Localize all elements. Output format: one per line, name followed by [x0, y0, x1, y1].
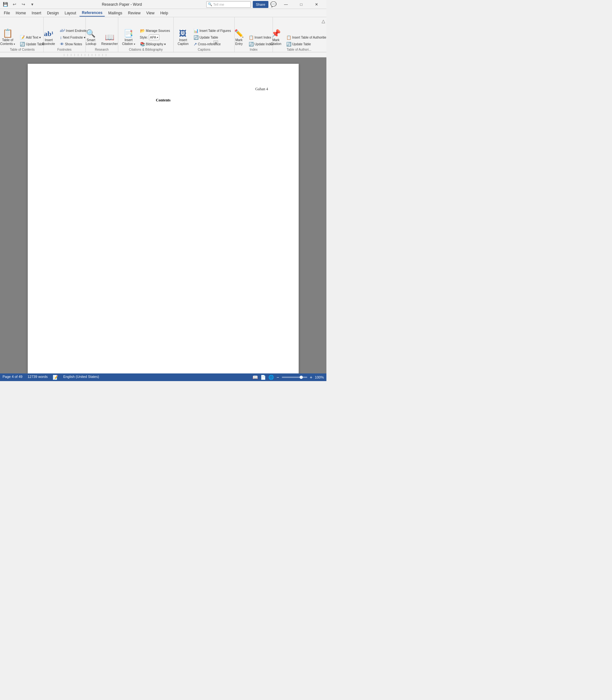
zoom-slider[interactable] — [282, 376, 307, 378]
insert-table-authorities-button[interactable]: 📋 Insert Table of Authorities — [284, 34, 326, 41]
search-icon: 🔍 — [208, 2, 212, 6]
update-figures-label: Update Table — [199, 36, 218, 39]
search-placeholder: Tell me — [213, 2, 224, 6]
close-button[interactable]: ✕ — [309, 0, 324, 9]
captions-group-label: Captions — [176, 48, 232, 51]
toc-group-content: 📋 Table ofContents ▾ 📝 Add Text ▾ 🔄 Upda… — [0, 18, 46, 47]
tell-me-search[interactable]: 🔍 Tell me — [206, 1, 251, 8]
language[interactable]: English (United States) — [63, 375, 99, 380]
mark-citation-label: MarkCitation — [270, 38, 281, 46]
ribbon-group-citations: 📑 InsertCitation ▾ 📂 Manage Sources Styl… — [118, 17, 174, 52]
footnotes-group-label: Footnotes — [57, 48, 71, 51]
authorities-group-content: 📌 MarkCitation 📋 Insert Table of Authori… — [269, 18, 326, 47]
style-dropdown[interactable]: APA ▾ — [149, 35, 159, 40]
manage-sources-icon: 📂 — [140, 28, 145, 33]
show-notes-icon: 👁 — [60, 42, 64, 46]
table-of-contents-button[interactable]: 📋 Table ofContents ▾ — [0, 22, 17, 47]
endnote-icon: ab² — [60, 28, 65, 33]
mark-entry-button[interactable]: ✏️ MarkEntry — [232, 22, 246, 47]
menu-mailings[interactable]: Mailings — [106, 10, 125, 16]
bibliography-label: Bibliography ▾ — [146, 42, 166, 46]
update-table-icon: 🔄 — [20, 42, 25, 46]
add-text-label: Add Text ▾ — [26, 36, 41, 39]
insert-footnote-label: InsertFootnote — [42, 38, 55, 46]
menu-file[interactable]: File — [1, 10, 12, 16]
bibliography-icon: 📚 — [140, 42, 145, 46]
quick-access-toolbar: 💾 ↩ ↪ ▾ — [0, 0, 38, 9]
footnotes-group-content: ab¹ InsertFootnote ab² Insert Endnote ↕ … — [41, 18, 88, 47]
add-text-icon: 📝 — [20, 35, 25, 40]
maximize-button[interactable]: □ — [294, 0, 308, 9]
zoom-percent[interactable]: 100% — [315, 375, 324, 379]
web-layout-button[interactable]: 🌐 — [268, 375, 274, 380]
footnotes-expander[interactable]: ⊞ — [213, 41, 218, 45]
save-button[interactable]: 💾 — [1, 0, 10, 9]
update-table-figures-button[interactable]: 🔄 Update Table — [192, 34, 233, 41]
share-button[interactable]: Share — [253, 1, 268, 8]
insert-citation-label: InsertCitation ▾ — [122, 38, 135, 46]
bibliography-button[interactable]: 📚 Bibliography ▾ — [138, 41, 172, 47]
customize-quick-access[interactable]: ▾ — [28, 0, 36, 9]
table-of-figures-label: Insert Table of Figures — [199, 29, 231, 32]
ribbon-group-index: ✏️ MarkEntry 📋 Insert Index 🔄 Update Ind… — [235, 17, 273, 52]
zoom-plus[interactable]: + — [310, 375, 312, 380]
comments-icon[interactable]: 💬 — [270, 1, 277, 7]
insert-footnote-button[interactable]: ab¹ InsertFootnote — [41, 22, 57, 47]
insert-index-icon: 📋 — [249, 35, 254, 40]
word-count[interactable]: 12739 words — [27, 375, 47, 380]
ribbon-group-toc: 📋 Table ofContents ▾ 📝 Add Text ▾ 🔄 Upda… — [1, 17, 44, 52]
zoom-thumb[interactable] — [300, 376, 303, 379]
status-left: Page 4 of 49 12739 words 📝 English (Unit… — [2, 375, 247, 380]
next-footnote-icon: ↕ — [60, 35, 62, 40]
menu-help[interactable]: Help — [158, 10, 171, 16]
insert-citation-button[interactable]: 📑 InsertCitation ▾ — [120, 22, 137, 47]
menu-design[interactable]: Design — [44, 10, 61, 16]
minimize-button[interactable]: — — [279, 0, 293, 9]
toc-label: Table ofContents ▾ — [0, 38, 15, 46]
ribbon-group-captions: 🖼 InsertCaption 📊 Insert Table of Figure… — [174, 17, 235, 52]
menu-view[interactable]: View — [144, 10, 157, 16]
researcher-label: Researcher — [101, 42, 118, 46]
window-controls: — □ ✕ — [279, 0, 324, 9]
document-page: Gahan 4 Contents — [28, 64, 299, 373]
mark-citation-icon: 📌 — [271, 30, 281, 37]
manage-sources-button[interactable]: 📂 Manage Sources — [138, 27, 172, 34]
undo-button[interactable]: ↩ — [10, 0, 18, 9]
menu-references[interactable]: References — [79, 10, 105, 17]
mark-citation-button[interactable]: 📌 MarkCitation — [269, 22, 283, 47]
smart-lookup-button[interactable]: 🔍 SmartLookup — [84, 22, 98, 47]
ribbon: 📋 Table ofContents ▾ 📝 Add Text ▾ 🔄 Upda… — [0, 17, 326, 52]
style-label: Style: — [140, 36, 148, 39]
top-bar: 💾 ↩ ↪ ▾ Research Paper - Word 🔍 Tell me … — [0, 0, 326, 9]
page-info[interactable]: Page 4 of 49 — [2, 375, 22, 380]
cross-ref-icon: ↗ — [194, 42, 197, 46]
style-value: APA — [150, 36, 156, 39]
read-mode-button[interactable]: 📖 — [252, 375, 258, 380]
insert-citation-icon: 📑 — [124, 30, 133, 37]
update-figures-icon: 🔄 — [194, 35, 198, 40]
ribbon-collapse-button[interactable]: △ — [322, 18, 325, 24]
zoom-minus[interactable]: − — [276, 375, 279, 380]
menu-review[interactable]: Review — [126, 10, 143, 16]
insert-table-of-figures-button[interactable]: 📊 Insert Table of Figures — [192, 27, 233, 34]
insert-caption-button[interactable]: 🖼 InsertCaption — [176, 22, 190, 47]
insert-caption-label: InsertCaption — [178, 38, 189, 46]
page-header: Gahan 4 — [58, 87, 268, 92]
authorities-small-stack: 📋 Insert Table of Authorities 🔄 Update T… — [284, 34, 326, 47]
redo-button[interactable]: ↪ — [19, 0, 27, 9]
citations-group-label: Citations & Bibliography — [120, 48, 171, 51]
print-layout-button[interactable]: 📄 — [261, 375, 266, 380]
cross-reference-button[interactable]: ↗ Cross-reference — [192, 41, 233, 47]
insert-caption-icon: 🖼 — [179, 30, 187, 37]
mark-entry-label: MarkEntry — [235, 38, 242, 46]
researcher-button[interactable]: 📖 Researcher — [99, 22, 120, 47]
next-footnote-label: Next Footnote ▾ — [63, 36, 85, 39]
proofing-icon[interactable]: 📝 — [53, 375, 58, 380]
menu-layout[interactable]: Layout — [62, 10, 79, 16]
document-area[interactable]: Gahan 4 Contents — [0, 57, 326, 373]
menu-insert[interactable]: Insert — [29, 10, 44, 16]
menu-home[interactable]: Home — [13, 10, 28, 16]
style-selector[interactable]: Style: APA ▾ — [138, 34, 172, 41]
ribbon-group-authorities: 📌 MarkCitation 📋 Insert Table of Authori… — [273, 17, 325, 52]
update-table-authorities-button[interactable]: 🔄 Update Table — [284, 41, 326, 47]
